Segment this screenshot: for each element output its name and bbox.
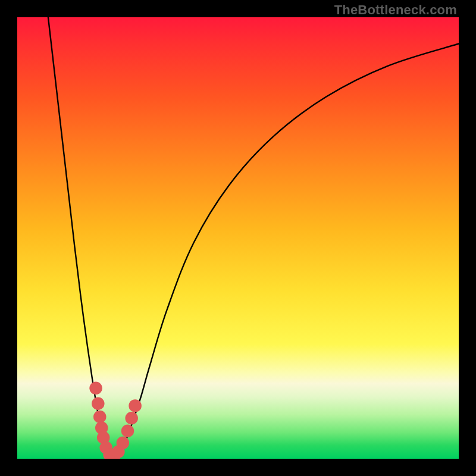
data-marker	[92, 397, 105, 410]
data-marker	[129, 399, 142, 412]
chart-plot-area	[17, 17, 459, 459]
data-markers	[89, 382, 142, 459]
curve-line	[48, 17, 459, 458]
data-marker	[93, 411, 107, 424]
data-marker	[89, 382, 102, 395]
watermark-text: TheBottleneck.com	[334, 2, 457, 18]
chart-frame: TheBottleneck.com	[0, 0, 476, 476]
data-marker	[125, 412, 138, 425]
chart-svg	[17, 17, 459, 459]
data-marker	[121, 424, 134, 437]
data-marker	[117, 437, 130, 450]
